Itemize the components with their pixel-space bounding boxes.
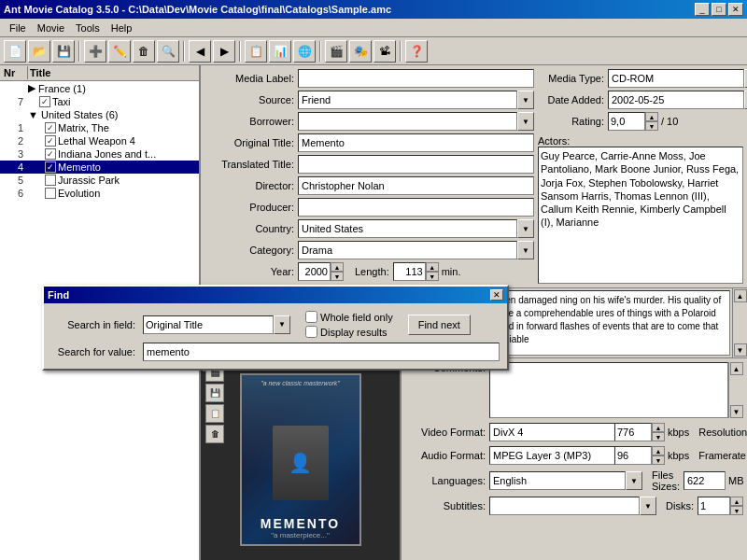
media-type-input[interactable]	[608, 69, 744, 88]
find-value-input[interactable]	[143, 343, 500, 361]
toolbar-save[interactable]: 💾	[52, 40, 75, 63]
find-field-dropdown-btn[interactable]: ▼	[274, 315, 290, 334]
original-title-input[interactable]	[298, 133, 534, 152]
tree-checkbox-lethal[interactable]: ✓	[45, 135, 56, 147]
comments-scroll-down[interactable]: ▼	[730, 405, 743, 418]
toolbar-open[interactable]: 📂	[28, 40, 50, 63]
tree-checkbox-evolution	[45, 188, 56, 199]
category-dropdown-btn[interactable]: ▼	[517, 241, 534, 259]
toolbar-help[interactable]: ❓	[405, 40, 428, 63]
toolbar-delete[interactable]: 🗑	[133, 40, 155, 63]
actors-box[interactable]: Guy Pearce, Carrie-Anne Moss, Joe Pantol…	[538, 147, 743, 284]
tree-item-indiana[interactable]: 3 ✓ Indiana Jones and t...	[0, 147, 199, 161]
video-kbps-input[interactable]	[614, 423, 652, 441]
tree-item-lethal[interactable]: 2 ✓ Lethal Weapon 4	[0, 134, 199, 147]
poster-btn-4[interactable]: 🗑	[205, 425, 224, 443]
scroll-down-btn[interactable]: ▼	[734, 343, 747, 357]
subtitles-dropdown-btn[interactable]: ▼	[640, 497, 656, 515]
tree-group-france[interactable]: ▶ France (1)	[0, 81, 199, 95]
tree-item-evolution[interactable]: 6 Evolution	[0, 187, 199, 200]
tree-checkbox-matrix[interactable]: ✓	[45, 122, 56, 133]
find-field-wrap: ▼	[143, 315, 290, 334]
find-next-btn[interactable]: Find next	[408, 315, 471, 335]
tree-item-matrix[interactable]: 1 ✓ Matrix, The	[0, 121, 199, 134]
toolbar-misc2[interactable]: 🎭	[349, 40, 372, 63]
subtitles-input[interactable]	[489, 497, 640, 515]
maximize-button[interactable]: □	[712, 3, 726, 16]
find-row-field: Search in field: ▼ Whole field only Disp…	[51, 311, 500, 338]
disks-down-btn[interactable]: ▼	[730, 506, 743, 515]
video-kbps-down[interactable]: ▼	[652, 432, 665, 441]
video-kbps-up[interactable]: ▲	[652, 423, 665, 432]
producer-input[interactable]	[298, 198, 534, 217]
country-input[interactable]	[298, 219, 517, 238]
rating-down-btn[interactable]: ▼	[645, 121, 658, 131]
rating-input[interactable]	[608, 112, 645, 131]
audio-format-input[interactable]	[489, 446, 626, 465]
tree-item-jurassic[interactable]: 5 Jurassic Park	[0, 174, 199, 187]
minimize-button[interactable]: _	[695, 3, 710, 16]
find-whole-field-checkbox[interactable]	[305, 311, 317, 323]
find-close-btn[interactable]: ✕	[490, 289, 503, 301]
find-field-input[interactable]	[143, 315, 274, 334]
country-dropdown-btn[interactable]: ▼	[517, 219, 534, 238]
comments-scroll-up[interactable]: ▲	[730, 362, 743, 375]
borrower-dropdown-btn[interactable]: ▼	[517, 112, 534, 131]
date-added-input[interactable]	[608, 91, 744, 109]
toolbar-view2[interactable]: 📊	[269, 40, 291, 63]
poster-btn-2[interactable]: 💾	[205, 384, 224, 402]
rating-up-btn[interactable]: ▲	[645, 112, 658, 121]
find-display-results-checkbox[interactable]	[305, 326, 317, 338]
toolbar-sep-4	[319, 41, 321, 62]
scroll-up-btn[interactable]: ▲	[734, 289, 747, 302]
toolbar-misc1[interactable]: 🎬	[325, 40, 347, 63]
audio-kbps-up[interactable]: ▲	[652, 446, 665, 455]
tree-checkbox-indiana[interactable]: ✓	[45, 148, 56, 160]
year-up-btn[interactable]: ▲	[331, 262, 344, 272]
source-dropdown-btn[interactable]: ▼	[517, 91, 534, 109]
tree-checkbox-memento[interactable]: ✓	[45, 161, 56, 173]
director-input[interactable]	[298, 176, 534, 195]
toolbar-back[interactable]: ◀	[189, 40, 211, 63]
toolbar-view1[interactable]: 📋	[245, 40, 267, 63]
toolbar-internet[interactable]: 🌐	[293, 40, 316, 63]
length-down-btn[interactable]: ▼	[426, 272, 439, 281]
year-input[interactable]	[298, 262, 331, 281]
tree-checkbox-taxi[interactable]: ✓	[39, 96, 50, 107]
media-label-input[interactable]	[298, 69, 534, 88]
languages-dropdown-btn[interactable]: ▼	[626, 471, 642, 490]
borrower-input[interactable]	[298, 112, 517, 131]
comments-textarea[interactable]	[489, 362, 728, 418]
disks-input[interactable]	[698, 497, 730, 515]
files-sizes-input[interactable]	[684, 471, 726, 490]
menu-file[interactable]: File	[4, 21, 32, 35]
menu-movie[interactable]: Movie	[32, 21, 70, 35]
tree-item-taxi[interactable]: 7 ✓ Taxi	[0, 95, 199, 108]
year-down-btn[interactable]: ▼	[331, 272, 344, 281]
toolbar-edit[interactable]: ✏️	[108, 40, 131, 63]
audio-kbps-input[interactable]	[614, 446, 652, 465]
length-input[interactable]	[393, 262, 426, 281]
audio-kbps-down[interactable]: ▼	[652, 455, 665, 465]
menu-tools[interactable]: Tools	[70, 21, 106, 35]
disks-up-btn[interactable]: ▲	[730, 497, 743, 506]
close-button[interactable]: ✕	[728, 3, 743, 16]
toolbar-forward[interactable]: ▶	[213, 40, 235, 63]
tree-item-memento[interactable]: 4 ✓ Memento	[0, 161, 199, 174]
toolbar-misc3[interactable]: 📽	[374, 40, 396, 63]
description-scrollbar[interactable]: ▲ ▼	[732, 288, 747, 357]
poster-btn-3[interactable]: 📋	[205, 404, 224, 423]
length-up-btn[interactable]: ▲	[426, 262, 439, 272]
toolbar-add[interactable]: ➕	[84, 40, 106, 63]
toolbar-find[interactable]: 🔍	[157, 40, 179, 63]
video-format-input[interactable]	[489, 423, 626, 441]
toolbar-new[interactable]: 📄	[4, 40, 26, 63]
tree-group-us[interactable]: ▼ United States (6)	[0, 108, 199, 121]
source-input[interactable]	[298, 91, 517, 109]
category-input[interactable]	[298, 241, 517, 259]
length-suffix: min.	[442, 266, 461, 277]
translated-title-input[interactable]	[298, 155, 534, 174]
comments-scrollbar[interactable]: ▲ ▼	[728, 362, 743, 418]
languages-input[interactable]	[489, 471, 626, 490]
menu-help[interactable]: Help	[106, 21, 138, 35]
